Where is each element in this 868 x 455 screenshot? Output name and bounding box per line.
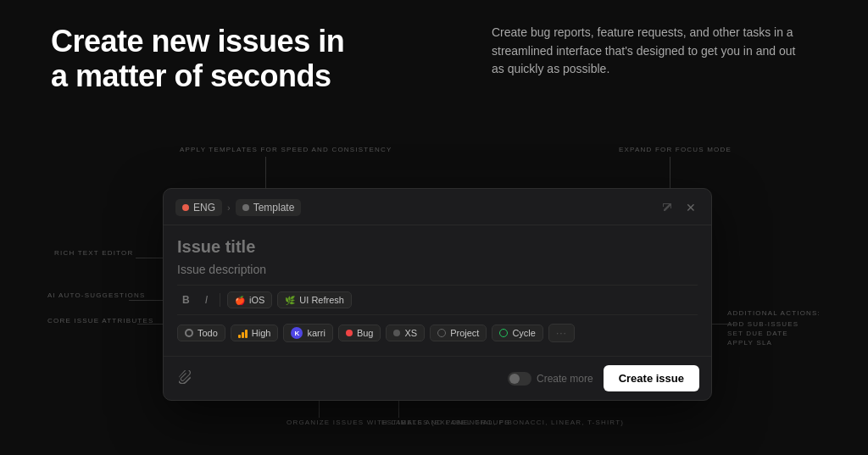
- more-dots-icon: ···: [556, 327, 567, 339]
- project-icon: [437, 329, 446, 337]
- annotation-line-richtext-h: [136, 258, 163, 258]
- status-label: Todo: [198, 328, 218, 338]
- annotation-add-sub: ADD SUB-ISSUES: [727, 320, 821, 328]
- tag-ui-refresh[interactable]: 🌿 UI Refresh: [277, 291, 352, 308]
- breadcrumb-team-label: ENG: [193, 202, 215, 214]
- label-bug-pill[interactable]: Bug: [338, 325, 381, 341]
- template-color-dot: [242, 204, 249, 211]
- annotation-additional: ADDITIONAL ACTIONS: ADD SUB-ISSUES SET D…: [727, 309, 821, 347]
- create-issue-button[interactable]: Create issue: [604, 365, 699, 391]
- annotation-additional-label: ADDITIONAL ACTIONS:: [727, 309, 821, 317]
- annotation-line-ai-h: [129, 300, 163, 301]
- modal-header: ENG › Template ✕: [164, 189, 711, 225]
- hero-right: Create bug reports, feature requests, an…: [492, 24, 797, 79]
- annotation-expand: EXPAND FOR FOCUS MODE: [619, 146, 732, 153]
- annotation-apply-sla: APPLY SLA: [727, 339, 821, 347]
- annotation-line-additional-h: [712, 324, 737, 325]
- hero-description: Create bug reports, feature requests, an…: [492, 24, 797, 79]
- annotation-ai-auto: AI AUTO-SUGGESTIONS: [47, 291, 146, 299]
- project-label: Project: [450, 328, 479, 338]
- assignee-avatar: K: [291, 327, 303, 339]
- annotation-apply-templates: APPLY TEMPLATES FOR SPEED AND CONSISTENC…: [180, 146, 392, 153]
- label-xs-label: XS: [404, 328, 417, 338]
- toolbar-bold[interactable]: B: [177, 291, 195, 309]
- create-more-label: Create more: [537, 373, 593, 385]
- modal-body: B I 🍎 iOS 🌿 UI Refresh Todo: [164, 225, 711, 356]
- tag-ui-refresh-label: UI Refresh: [299, 295, 344, 305]
- toolbar-row: B I 🍎 iOS 🌿 UI Refresh: [177, 285, 698, 315]
- attributes-row: Todo High K karri Bug: [177, 315, 698, 347]
- annotation-rich-text: RICH TEXT EDITOR: [54, 249, 133, 257]
- bug-dot-icon: [346, 330, 353, 336]
- issue-title-input[interactable]: [177, 237, 698, 257]
- hero-left: Create new issues in a matter of seconds: [51, 24, 356, 94]
- assignee-pill[interactable]: K karri: [283, 324, 332, 342]
- close-button[interactable]: ✕: [682, 199, 699, 216]
- more-attributes-pill[interactable]: ···: [548, 324, 575, 342]
- status-pill[interactable]: Todo: [177, 325, 225, 341]
- label-bug-label: Bug: [357, 328, 374, 338]
- cycle-label: Cycle: [512, 328, 536, 338]
- team-color-dot: [182, 204, 189, 211]
- priority-label: High: [252, 328, 271, 338]
- assignee-label: karri: [307, 328, 325, 338]
- annotation-estimates: ESTIMATES (EXPONENTIAL, FIBONACCI, LINEA…: [381, 419, 492, 426]
- annotation-line-core-h: [137, 324, 163, 325]
- xs-dot-icon: [393, 330, 400, 336]
- modal-footer: Create more Create issue: [164, 356, 711, 400]
- refresh-icon: 🌿: [285, 296, 295, 305]
- footer-right: Create more Create issue: [508, 365, 699, 391]
- toolbar-divider: [220, 293, 220, 307]
- breadcrumb: ENG › Template: [175, 199, 301, 216]
- tag-ios[interactable]: 🍎 iOS: [227, 291, 272, 308]
- annotation-due-date: SET DUE DATE: [727, 330, 821, 337]
- toolbar-italic[interactable]: I: [200, 291, 213, 309]
- cycle-pill[interactable]: Cycle: [492, 325, 543, 341]
- hero-title: Create new issues in a matter of seconds: [51, 24, 356, 94]
- breadcrumb-team[interactable]: ENG: [175, 199, 222, 216]
- label-xs-pill[interactable]: XS: [386, 325, 425, 341]
- status-icon: [185, 329, 193, 337]
- breadcrumb-chevron-icon: ›: [227, 203, 231, 213]
- breadcrumb-template-label: Template: [253, 202, 295, 214]
- create-more-toggle-row: Create more: [508, 372, 593, 386]
- annotation-organize: ORGANIZE ISSUES WITH LABELS AND LABEL GR…: [287, 419, 354, 426]
- breadcrumb-template[interactable]: Template: [236, 199, 302, 216]
- cycle-icon: [499, 329, 508, 337]
- priority-pill[interactable]: High: [231, 325, 279, 341]
- modal-actions: ✕: [659, 199, 699, 216]
- tag-ios-label: iOS: [249, 295, 264, 305]
- ios-icon: 🍎: [235, 296, 245, 305]
- priority-icon: [238, 329, 248, 338]
- issue-description-input[interactable]: [177, 263, 698, 276]
- project-pill[interactable]: Project: [430, 325, 487, 341]
- expand-button[interactable]: [659, 201, 676, 214]
- create-issue-modal: ENG › Template ✕ B I 🍎: [163, 188, 712, 401]
- create-more-toggle[interactable]: [508, 372, 531, 386]
- attach-button[interactable]: [175, 367, 196, 390]
